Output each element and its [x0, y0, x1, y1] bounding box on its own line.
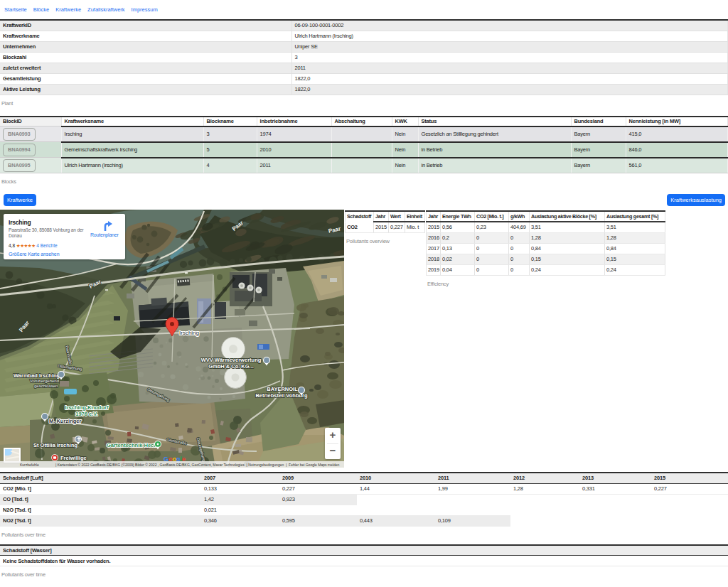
svg-text:1976 e.V.: 1976 e.V.: [75, 411, 97, 417]
svg-text:Warmbad Irsching: Warmbad Irsching: [14, 372, 60, 379]
svg-text:St Ottilia Irsching: St Ottilia Irsching: [33, 442, 78, 448]
svg-text:Freiwillige: Freiwillige: [60, 455, 87, 461]
svg-text:Irsching: Irsching: [179, 330, 199, 336]
svg-text:geschlossen: geschlossen: [34, 384, 58, 388]
svg-text:GmbH & Co. KG...: GmbH & Co. KG...: [208, 363, 254, 370]
svg-text:Irsching-Knodorf: Irsching-Knodorf: [65, 404, 109, 411]
svg-text:BAYERNOIL: BAYERNOIL: [267, 386, 298, 392]
svg-text:Vorübergehend: Vorübergehend: [30, 379, 59, 383]
svg-text:WVV Wärmeverwertung: WVV Wärmeverwertung: [201, 357, 262, 363]
svg-text:M. Kurzinger: M. Kurzinger: [49, 418, 81, 424]
svg-text:Gartentechnik Heck: Gartentechnik Heck: [107, 442, 157, 448]
